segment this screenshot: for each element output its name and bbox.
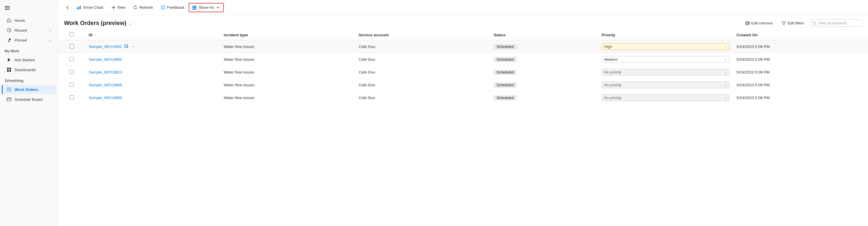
- svg-rect-1: [5, 7, 10, 8]
- refresh-button[interactable]: Refresh: [130, 3, 156, 12]
- show-as-button[interactable]: Show As: [189, 3, 224, 12]
- feedback-icon: [161, 5, 165, 10]
- priority-dropdown[interactable]: High⌄: [602, 43, 730, 50]
- sidebar-item-recent-label: Recent: [14, 28, 27, 33]
- workorder-icon: [6, 87, 12, 92]
- sidebar-item-pinned[interactable]: Pinned ⌄: [2, 35, 56, 45]
- feedback-button[interactable]: Feedback: [157, 3, 187, 12]
- select-all-checkbox[interactable]: [69, 32, 74, 37]
- row-checkbox-cell[interactable]: [58, 53, 85, 66]
- row-incident-cell: Water flow issues: [220, 53, 355, 66]
- work-order-link[interactable]: Sample_WO13866: [89, 57, 122, 62]
- work-order-link[interactable]: Sample_WO13823: [89, 70, 122, 74]
- sidebar-item-dashboards-label: Dashboards: [14, 68, 36, 72]
- col-header-priority[interactable]: Priority: [598, 30, 733, 40]
- table-row: Sample_WO13866Water flow issuesCafe DuoS…: [58, 53, 868, 66]
- svg-rect-16: [77, 7, 78, 9]
- table-wrapper: ID ↓ Incident type Service account Statu…: [58, 30, 868, 226]
- status-badge: Scheduled: [494, 95, 517, 101]
- row-checkbox[interactable]: [69, 44, 74, 48]
- sidebar-item-home[interactable]: Home: [2, 16, 56, 25]
- back-button[interactable]: [63, 3, 72, 12]
- row-incident-cell: Water flow issues: [220, 91, 355, 104]
- row-checkbox-cell[interactable]: [58, 79, 85, 91]
- row-service-cell: Cafe Duo: [355, 53, 490, 66]
- svg-rect-9: [7, 88, 11, 91]
- row-incident-cell: Water flow issues: [220, 79, 355, 91]
- sidebar-item-get-started-label: Get Started: [14, 58, 35, 62]
- new-button[interactable]: New: [108, 3, 129, 12]
- priority-dropdown[interactable]: Medium⌄: [602, 56, 730, 63]
- table-row: Sample_WO13823Water flow issuesCafe DuoS…: [58, 66, 868, 79]
- row-checkbox-cell[interactable]: [58, 40, 85, 53]
- col-header-service[interactable]: Service account: [355, 30, 490, 40]
- show-chart-button[interactable]: Show Chart: [73, 3, 107, 12]
- priority-value: Medium: [604, 57, 618, 62]
- svg-rect-25: [749, 22, 749, 25]
- row-checkbox[interactable]: [69, 95, 74, 100]
- sidebar-item-schedule-board-label: Schedule Board: [14, 97, 42, 102]
- row-status-cell: Scheduled: [490, 79, 598, 91]
- chart-icon: [76, 5, 81, 10]
- edit-filters-label: Edit filters: [788, 21, 804, 25]
- sidebar-item-work-orders-label: Work Orders: [14, 87, 38, 92]
- chevron-down-icon: ⌄: [724, 83, 727, 87]
- sidebar-item-home-label: Home: [14, 18, 25, 23]
- col-header-incident[interactable]: Incident type: [220, 30, 355, 40]
- row-service-cell: Cafe Duo: [355, 66, 490, 79]
- page-title-chevron-icon[interactable]: ⌄: [129, 21, 132, 26]
- main-content: Show Chart New Refresh Feedback: [58, 0, 868, 226]
- columns-icon: [745, 21, 749, 25]
- row-checkbox-cell[interactable]: [58, 66, 85, 79]
- priority-dropdown[interactable]: No priority⌄: [602, 95, 730, 101]
- filter-icon: [781, 21, 786, 25]
- row-priority-cell[interactable]: No priority⌄: [598, 79, 733, 91]
- filter-input[interactable]: [818, 21, 859, 25]
- row-checkbox[interactable]: [69, 70, 74, 74]
- col-header-id[interactable]: ID ↓: [85, 30, 220, 40]
- hamburger-button[interactable]: [0, 2, 58, 15]
- sidebar-item-dashboards[interactable]: Dashboards: [2, 65, 56, 74]
- scheduling-section-title: Scheduling: [0, 75, 58, 84]
- table-row: Sample_WO13806Water flow issuesCafe DuoS…: [58, 91, 868, 104]
- row-priority-cell[interactable]: No priority⌄: [598, 66, 733, 79]
- sidebar-item-work-orders[interactable]: Work Orders: [2, 85, 56, 94]
- filter-input-wrapper[interactable]: [810, 20, 862, 27]
- select-all-header[interactable]: [58, 30, 85, 40]
- sidebar-item-get-started[interactable]: Get Started: [2, 55, 56, 65]
- work-order-link[interactable]: Sample_WO13941: [89, 44, 122, 49]
- sidebar-item-recent[interactable]: Recent ⌄: [2, 26, 56, 35]
- row-priority-cell[interactable]: No priority⌄: [598, 91, 733, 104]
- priority-dropdown[interactable]: No priority⌄: [602, 82, 730, 88]
- row-checkbox-cell[interactable]: [58, 91, 85, 104]
- edit-columns-button[interactable]: Edit columns: [742, 19, 776, 27]
- row-incident-cell: Water flow issues: [220, 40, 355, 53]
- work-order-link[interactable]: Sample_WO13806: [89, 96, 122, 100]
- svg-rect-22: [192, 9, 196, 10]
- svg-rect-0: [5, 6, 10, 7]
- col-header-created[interactable]: Created On: [733, 30, 868, 40]
- page-header-right: Edit columns Edit filters: [742, 19, 863, 27]
- toolbar: Show Chart New Refresh Feedback: [58, 0, 868, 15]
- search-icon: [812, 21, 816, 25]
- row-created-cell: 5/24/2023 5:08 PM: [733, 91, 868, 104]
- row-more-actions-button[interactable]: ···: [131, 44, 137, 50]
- page-header-left: Work Orders (preview) ⌄: [64, 20, 132, 27]
- recent-icon: [6, 28, 12, 33]
- chevron-down-icon: ⌄: [724, 45, 727, 48]
- schedule-icon: [6, 97, 12, 102]
- row-priority-cell[interactable]: High⌄: [598, 40, 733, 53]
- sidebar-item-schedule-board[interactable]: Schedule Board: [2, 95, 56, 104]
- edit-filters-button[interactable]: Edit filters: [778, 19, 807, 27]
- work-orders-table: ID ↓ Incident type Service account Statu…: [58, 30, 868, 104]
- priority-dropdown[interactable]: No priority⌄: [602, 69, 730, 76]
- col-header-status[interactable]: Status: [490, 30, 598, 40]
- work-order-link[interactable]: Sample_WO13808: [89, 83, 122, 87]
- row-service-cell: Cafe Duo: [355, 91, 490, 104]
- row-checkbox[interactable]: [69, 57, 74, 61]
- expand-record-button[interactable]: [123, 44, 129, 50]
- status-badge: Scheduled: [494, 82, 517, 88]
- status-badge: Scheduled: [494, 57, 517, 62]
- row-priority-cell[interactable]: Medium⌄: [598, 53, 733, 66]
- row-checkbox[interactable]: [69, 82, 74, 87]
